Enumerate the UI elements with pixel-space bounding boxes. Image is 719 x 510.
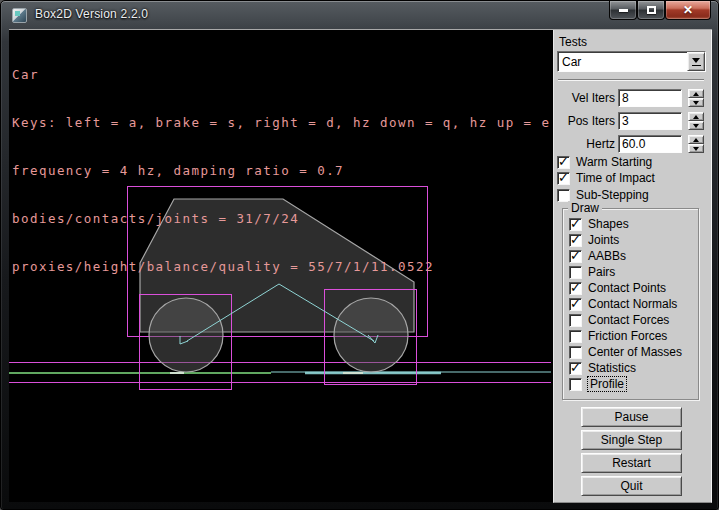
checkbox-box[interactable] [557, 156, 570, 169]
checkbox-box[interactable] [569, 234, 582, 247]
spinner-up-button[interactable] [688, 135, 704, 144]
checkbox-contact-points[interactable]: Contact Points [569, 281, 666, 295]
checkbox-friction-forces[interactable]: Friction Forces [569, 329, 667, 343]
draw-group-title: Draw [568, 201, 602, 215]
car-wheel-rear[interactable] [149, 298, 223, 372]
checkbox-label: Profile [588, 377, 626, 391]
separator [558, 79, 704, 81]
checkbox-box[interactable] [569, 362, 582, 375]
tests-dropdown-button[interactable] [687, 52, 705, 71]
checkbox-pairs[interactable]: Pairs [569, 265, 615, 279]
checkbox-box[interactable] [569, 250, 582, 263]
checkbox-label: Warm Starting [576, 155, 652, 169]
stats-line-title: Car [12, 67, 551, 83]
checkbox-statistics[interactable]: Statistics [569, 361, 636, 375]
vel-iters-row: Vel Iters 8 [554, 89, 710, 107]
checkbox-label: Shapes [588, 217, 629, 231]
checkbox-label: Contact Normals [588, 297, 677, 311]
pos-iters-input[interactable]: 3 [618, 112, 682, 130]
stats-line-frequency: frequency = 4 hz, damping ratio = 0.7 [12, 163, 551, 179]
checkbox-box[interactable] [569, 298, 582, 311]
checkbox-label: Contact Points [588, 281, 666, 295]
checkbox-label: Center of Masses [588, 345, 682, 359]
control-panel: Tests Car Vel Iters 8 Pos Iters [553, 30, 712, 503]
vel-iters-input[interactable]: 8 [618, 89, 682, 107]
tests-dropdown[interactable]: Car [557, 51, 706, 72]
checkbox-shapes[interactable]: Shapes [569, 217, 629, 231]
physics-viewport[interactable]: Car Keys: left = a, brake = s, right = d… [9, 31, 551, 501]
checkbox-warm-starting[interactable]: Warm Starting [557, 155, 652, 169]
checkbox-box[interactable] [569, 266, 582, 279]
pos-iters-row: Pos Iters 3 [554, 112, 710, 130]
spinner-up-button[interactable] [688, 89, 704, 98]
pos-iters-label: Pos Iters [554, 114, 618, 128]
checkbox-label: Contact Forces [588, 313, 669, 327]
spinner-up-button[interactable] [688, 112, 704, 121]
titlebar[interactable]: Box2D Version 2.2.0 ✕ [1, 1, 718, 29]
app-icon [12, 8, 27, 23]
checkbox-box[interactable] [569, 330, 582, 343]
hertz-input[interactable]: 60.0 [618, 135, 682, 153]
window-title: Box2D Version 2.2.0 [35, 7, 148, 21]
main-area: Car Keys: left = a, brake = s, right = d… [9, 29, 712, 502]
spinner-down-button[interactable] [688, 144, 704, 153]
spinner-up-icon [693, 92, 699, 96]
checkbox-box[interactable] [569, 218, 582, 231]
checkbox-joints[interactable]: Joints [569, 233, 619, 247]
checkbox-box[interactable] [569, 282, 582, 295]
checkbox-contact-forces[interactable]: Contact Forces [569, 313, 669, 327]
maximize-button[interactable] [637, 1, 665, 20]
checkbox-box[interactable] [569, 346, 582, 359]
tests-label: Tests [559, 35, 587, 49]
stats-line-bodies: bodies/contacts/joints = 31/7/24 [12, 211, 551, 227]
hertz-row: Hertz 60.0 [554, 135, 710, 153]
checkbox-label: Statistics [588, 361, 636, 375]
checkbox-box[interactable] [557, 189, 570, 202]
vel-iters-label: Vel Iters [554, 91, 618, 105]
close-button[interactable]: ✕ [665, 1, 711, 20]
pause-button[interactable]: Pause [581, 407, 682, 427]
checkbox-box[interactable] [557, 172, 570, 185]
checkbox-aabbs[interactable]: AABBs [569, 249, 626, 263]
checkbox-box[interactable] [569, 314, 582, 327]
pos-iters-spinner[interactable] [688, 112, 704, 130]
restart-button[interactable]: Restart [581, 453, 682, 473]
minimize-icon [619, 9, 628, 12]
checkbox-label: Time of Impact [576, 171, 655, 185]
checkbox-label: Joints [588, 233, 619, 247]
checkbox-contact-normals[interactable]: Contact Normals [569, 297, 677, 311]
checkbox-label: AABBs [588, 249, 626, 263]
tests-dropdown-value: Car [558, 52, 687, 71]
chevron-underline [692, 65, 701, 66]
draw-groupbox: Draw Shapes Joints AABBs Pairs [562, 208, 699, 400]
close-icon: ✕ [683, 4, 693, 16]
stats-line-proxies: proxies/height/balance/quality = 55/7/1/… [12, 259, 551, 275]
statistics-text: Car Keys: left = a, brake = s, right = d… [12, 35, 551, 307]
checkbox-time-of-impact[interactable]: Time of Impact [557, 171, 655, 185]
spinner-down-icon [693, 101, 699, 105]
hertz-spinner[interactable] [688, 135, 704, 153]
single-step-button[interactable]: Single Step [581, 430, 682, 450]
checkbox-label: Sub-Stepping [576, 188, 649, 202]
hertz-label: Hertz [554, 137, 618, 151]
vel-iters-spinner[interactable] [688, 89, 704, 107]
spinner-down-icon [693, 124, 699, 128]
checkbox-sub-stepping[interactable]: Sub-Stepping [557, 188, 649, 202]
checkbox-label: Friction Forces [588, 329, 667, 343]
app-window: Box2D Version 2.2.0 ✕ [0, 0, 719, 510]
spinner-down-button[interactable] [688, 121, 704, 130]
spinner-up-icon [693, 138, 699, 142]
checkbox-profile[interactable]: Profile [569, 377, 626, 391]
checkbox-box[interactable] [569, 378, 582, 391]
chevron-down-icon [692, 58, 700, 63]
maximize-icon [647, 6, 656, 14]
spinner-up-icon [693, 115, 699, 119]
checkbox-center-of-masses[interactable]: Center of Masses [569, 345, 682, 359]
checkbox-label: Pairs [588, 265, 615, 279]
spinner-down-button[interactable] [688, 98, 704, 107]
quit-button[interactable]: Quit [581, 476, 682, 496]
stats-line-keys: Keys: left = a, brake = s, right = d, hz… [12, 115, 551, 131]
minimize-button[interactable] [609, 1, 637, 20]
spinner-down-icon [693, 147, 699, 151]
car-wheel-front[interactable] [334, 298, 408, 372]
